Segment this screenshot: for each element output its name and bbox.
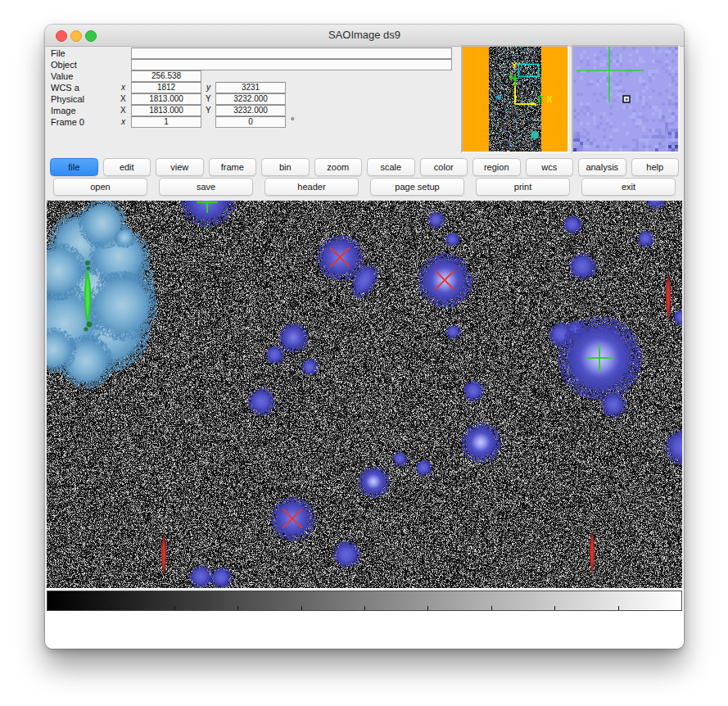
info-row-file: File [45, 48, 459, 58]
physical-label: Physical [51, 94, 84, 104]
colorbar-tick [111, 606, 111, 610]
physical-x-field[interactable]: 1813.000 [131, 93, 201, 105]
menu-button-help[interactable]: help [631, 158, 680, 176]
wcs-label: WCS a [51, 83, 79, 93]
physical-y-label: Y [206, 94, 211, 103]
object-label: Object [51, 60, 77, 70]
colorbar-tick [301, 606, 302, 610]
colorbar-tick [364, 606, 365, 610]
info-row-physical: Physical X 1813.000 Y 3232.000 [45, 93, 459, 104]
physical-y-field[interactable]: 3232.000 [215, 93, 286, 105]
menu-button-wcs[interactable]: wcs [526, 158, 574, 176]
image-y-field[interactable]: 3232.000 [215, 105, 286, 116]
menu-button-bin[interactable]: bin [261, 158, 310, 176]
value-field[interactable]: 256.538 [131, 70, 201, 82]
menu-button-region[interactable]: region [473, 158, 521, 176]
header-button[interactable]: header [265, 178, 359, 196]
file-label: File [51, 48, 66, 58]
image-label: Image [51, 106, 76, 115]
image-display-canvas[interactable] [47, 201, 682, 588]
save-button[interactable]: save [159, 178, 253, 196]
info-row-image: Image X 1813.000 Y 3232.000 [45, 105, 459, 115]
menu-button-scale[interactable]: scale [367, 158, 415, 176]
degree-symbol: ° [291, 115, 294, 125]
menu-button-zoom[interactable]: zoom [314, 158, 363, 176]
window-title: SAOImage ds9 [45, 29, 684, 41]
wcs-x-label: x [121, 83, 125, 92]
panner-panel[interactable] [461, 45, 569, 153]
menu-button-view[interactable]: view [156, 158, 204, 176]
magnifier-panel [572, 45, 680, 153]
menu-button-file[interactable]: file [50, 158, 98, 176]
menu-button-frame[interactable]: frame [209, 158, 257, 176]
file-action-bar: open save header page setup print exit [47, 178, 681, 195]
menu-button-color[interactable]: color [420, 158, 468, 176]
menu-bar: file edit view frame bin zoom scale colo… [47, 158, 681, 175]
print-button[interactable]: print [476, 178, 570, 196]
file-field[interactable] [131, 48, 452, 59]
colorbar-area: -0.059 0.97 2.2 3.7 5.6 8.1 11 16 22 [45, 588, 684, 649]
colorbar-gradient[interactable] [47, 591, 682, 611]
object-field[interactable] [131, 59, 452, 70]
frame-zoom-field[interactable]: 1 [131, 116, 201, 128]
info-row-wcs: WCS a x 1812 y 3231 [45, 82, 459, 93]
page-setup-button[interactable]: page setup [370, 178, 464, 196]
wcs-y-label: y [206, 83, 210, 92]
info-row-object: Object [45, 59, 459, 70]
magnifier-canvas [573, 47, 678, 152]
open-button[interactable]: open [53, 178, 147, 196]
colorbar-tick [174, 606, 175, 610]
ds9-window: SAOImage ds9 File Object Value 256.538 W… [45, 25, 684, 649]
exit-button[interactable]: exit [581, 178, 676, 196]
menu-button-edit[interactable]: edit [103, 158, 151, 176]
frame-x-label: x [121, 117, 125, 126]
image-x-field[interactable]: 1813.000 [131, 105, 201, 116]
wcs-y-field[interactable]: 3231 [215, 82, 286, 93]
colorbar-tick [554, 606, 555, 610]
info-row-frame: Frame 0 x 1 0 ° [45, 116, 459, 127]
colorbar-tick [491, 606, 492, 610]
value-label: Value [51, 71, 73, 81]
image-y-label: Y [206, 106, 211, 115]
image-x-label: X [120, 106, 126, 115]
menu-button-analysis[interactable]: analysis [578, 158, 626, 176]
wcs-x-field[interactable]: 1812 [131, 82, 201, 93]
frame-rotation-field[interactable]: 0 [215, 116, 286, 128]
title-bar[interactable]: SAOImage ds9 [45, 25, 684, 47]
colorbar-tick [237, 606, 238, 610]
panner-canvas[interactable] [463, 47, 567, 152]
colorbar-tick [427, 606, 428, 610]
physical-x-label: X [120, 94, 126, 103]
info-row-value: Value 256.538 [45, 70, 459, 81]
frame-label: Frame 0 [51, 117, 84, 127]
colorbar-tick [618, 606, 619, 610]
